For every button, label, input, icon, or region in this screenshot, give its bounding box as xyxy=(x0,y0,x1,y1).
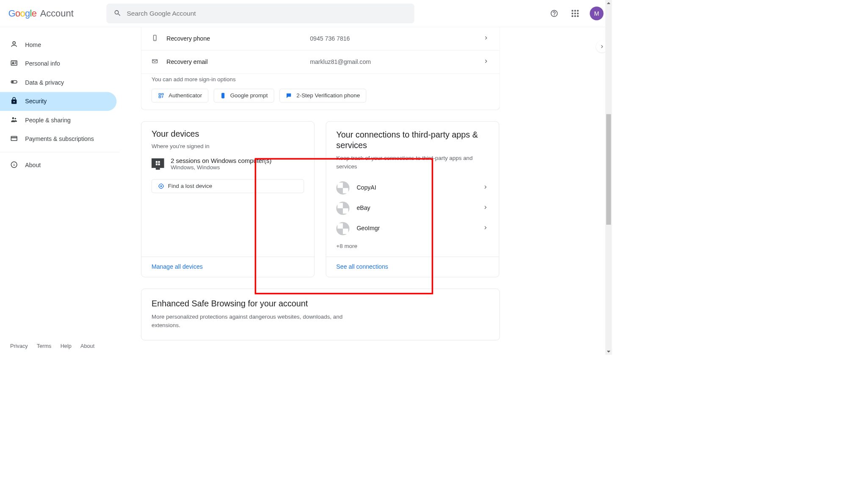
apps-icon[interactable] xyxy=(569,7,582,20)
search-icon xyxy=(113,9,121,18)
session-title: 2 sessions on Windows computer(s) xyxy=(171,157,271,164)
app-name: GeoImgr xyxy=(356,225,380,232)
chevron-right-icon xyxy=(482,224,489,232)
people-icon xyxy=(10,116,18,125)
sidebar-item-label: Data & privacy xyxy=(25,79,64,86)
sidebar-item-personal-info[interactable]: Personal info xyxy=(0,55,116,73)
row-label: Recovery email xyxy=(166,58,310,65)
scrollbar[interactable] xyxy=(605,0,612,355)
id-card-icon xyxy=(10,59,18,69)
sidebar-item-label: Payments & subscriptions xyxy=(25,136,94,143)
app-row[interactable]: CopyAI xyxy=(326,178,499,198)
app-name: CopyAI xyxy=(356,185,376,191)
google-prompt-chip[interactable]: Google prompt xyxy=(214,89,274,102)
footer-about[interactable]: About xyxy=(80,343,94,350)
sidebar-item-label: About xyxy=(25,162,41,169)
find-lost-device-button[interactable]: Find a lost device xyxy=(152,179,304,193)
svg-point-12 xyxy=(160,185,162,187)
header: Google Account M xyxy=(0,0,612,27)
sidebar-item-security[interactable]: Security xyxy=(0,92,116,110)
app-icon xyxy=(336,222,349,235)
chip-label: 2-Step Verification phone xyxy=(296,92,360,99)
row-value: 0945 736 7816 xyxy=(310,35,350,42)
your-devices-card: Your devices Where you're signed in 2 se… xyxy=(141,121,315,277)
account-label: Account xyxy=(40,8,74,19)
main-content: Recovery phone 0945 736 7816 Recovery em… xyxy=(119,27,612,355)
chevron-right-icon xyxy=(483,35,489,43)
card-description: More personalized protections against da… xyxy=(152,313,349,330)
lock-icon xyxy=(10,97,18,106)
authenticator-chip[interactable]: Authenticator xyxy=(152,89,208,102)
footer-help[interactable]: Help xyxy=(61,343,72,350)
svg-point-2 xyxy=(12,62,14,63)
card-title: Enhanced Safe Browsing for your account xyxy=(152,299,489,309)
phone-icon xyxy=(152,35,166,43)
svg-rect-1 xyxy=(11,61,17,66)
sidebar-item-label: Security xyxy=(25,98,47,105)
sidebar-item-label: Home xyxy=(25,41,41,48)
app-icon xyxy=(336,181,349,194)
enhanced-safe-browsing-card: Enhanced Safe Browsing for your account … xyxy=(141,289,500,340)
sidebar-item-people-sharing[interactable]: People & sharing xyxy=(0,111,116,129)
chevron-right-icon xyxy=(482,204,489,212)
chevron-right-icon xyxy=(482,184,489,192)
recovery-phone-row[interactable]: Recovery phone 0945 736 7816 xyxy=(141,27,500,50)
avatar-letter: M xyxy=(594,10,599,17)
app-icon xyxy=(336,201,349,215)
divider xyxy=(0,152,119,152)
home-icon xyxy=(10,40,18,50)
see-all-connections-link[interactable]: See all connections xyxy=(326,256,499,277)
svg-rect-7 xyxy=(11,136,17,140)
button-label: Find a lost device xyxy=(168,183,212,190)
sidebar-item-home[interactable]: Home xyxy=(0,36,116,54)
info-icon xyxy=(10,161,18,170)
card-subtitle: Where you're signed in xyxy=(152,142,304,150)
session-subtitle: Windows, Windows xyxy=(171,164,271,171)
signin-options-note: You can add more sign-in options xyxy=(152,76,489,83)
manage-all-devices-link[interactable]: Manage all devices xyxy=(141,256,314,277)
card-title: Your connections to third-party apps & s… xyxy=(336,129,489,151)
search-input[interactable] xyxy=(127,10,407,17)
sidebar-item-data-privacy[interactable]: Data & privacy xyxy=(0,73,116,92)
toggle-icon xyxy=(10,78,18,87)
sidebar-item-label: People & sharing xyxy=(25,117,71,124)
sidebar: Home Personal info Data & privacy Securi… xyxy=(0,27,119,355)
chip-label: Google prompt xyxy=(230,92,268,99)
scroll-up-button[interactable] xyxy=(605,0,612,7)
more-apps-count: +8 more xyxy=(326,239,499,256)
footer-privacy[interactable]: Privacy xyxy=(10,343,28,350)
svg-point-5 xyxy=(12,117,14,119)
row-value: markluz81@gmail.com xyxy=(310,58,371,65)
avatar[interactable]: M xyxy=(590,7,603,20)
search-bar[interactable] xyxy=(106,3,414,23)
app-name: eBay xyxy=(356,205,370,212)
app-row[interactable]: GeoImgr xyxy=(326,218,499,239)
chevron-right-icon xyxy=(483,58,489,66)
sidebar-item-about[interactable]: About xyxy=(0,156,116,175)
svg-point-6 xyxy=(14,118,16,119)
google-account-logo[interactable]: Google Account xyxy=(8,8,74,19)
mail-icon xyxy=(152,58,166,66)
third-party-connections-card: Your connections to third-party apps & s… xyxy=(326,121,500,277)
row-label: Recovery phone xyxy=(166,35,310,42)
card-icon xyxy=(10,135,18,144)
card-title: Your devices xyxy=(152,129,304,139)
device-session: 2 sessions on Windows computer(s) Window… xyxy=(152,157,304,171)
chip-label: Authenticator xyxy=(168,92,202,99)
footer-terms[interactable]: Terms xyxy=(37,343,52,350)
app-row[interactable]: eBay xyxy=(326,198,499,218)
recovery-email-row[interactable]: Recovery email markluz81@gmail.com xyxy=(141,50,500,74)
card-subtitle: Keep track of your connections to third-… xyxy=(336,154,489,171)
footer-links: Privacy Terms Help About xyxy=(10,343,94,350)
scroll-down-button[interactable] xyxy=(605,348,612,355)
two-step-phone-chip[interactable]: 2-Step Verification phone xyxy=(279,89,366,102)
signin-options-card: Recovery phone 0945 736 7816 Recovery em… xyxy=(141,27,500,110)
scrollbar-thumb[interactable] xyxy=(606,114,611,225)
sidebar-item-label: Personal info xyxy=(25,61,60,67)
windows-computer-icon xyxy=(152,158,164,168)
svg-point-4 xyxy=(12,81,14,83)
google-logo: Google xyxy=(8,8,36,19)
sidebar-item-payments[interactable]: Payments & subscriptions xyxy=(0,129,116,148)
help-icon[interactable] xyxy=(548,7,561,20)
